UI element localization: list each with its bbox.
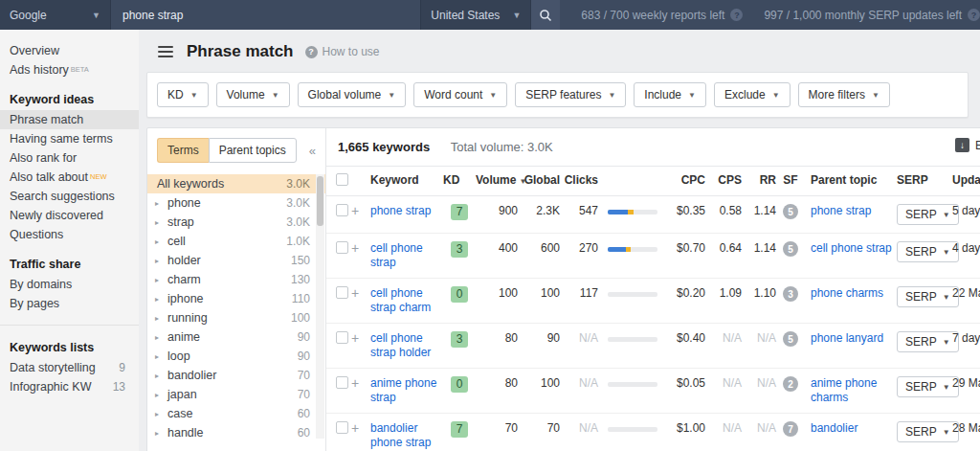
- keyword-link[interactable]: cell phone strap holder: [370, 331, 443, 360]
- sidebar-item-newly-discovered[interactable]: Newly discovered: [0, 206, 139, 225]
- clicks-bar: [608, 210, 657, 214]
- sidebar-item-questions[interactable]: Questions: [0, 225, 139, 244]
- tab-parent-topics[interactable]: Parent topics: [209, 138, 297, 163]
- add-to-list-icon[interactable]: +: [351, 204, 370, 217]
- chevron-down-icon: ▼: [943, 248, 950, 257]
- sidebar-item-by-domains[interactable]: By domains: [0, 275, 139, 294]
- sidebar-item-phrase-match[interactable]: Phrase match: [0, 110, 139, 129]
- col-sf[interactable]: SF: [776, 173, 805, 187]
- sidebar-item-also-talk-about[interactable]: Also talk aboutNEW: [0, 168, 139, 187]
- terms-item-iphone[interactable]: ▸iphone110: [147, 289, 325, 308]
- filter-more-filters[interactable]: More filters▼: [798, 82, 890, 107]
- col-clicks[interactable]: Clicks: [560, 173, 598, 187]
- terms-item-handle[interactable]: ▸handle60: [147, 423, 325, 439]
- add-to-list-icon[interactable]: +: [351, 241, 370, 255]
- terms-item-anime[interactable]: ▸anime90: [147, 327, 325, 347]
- parent-topic-link[interactable]: phone charms: [811, 286, 883, 300]
- parent-topic-link[interactable]: phone lanyard: [811, 331, 883, 345]
- sidebar-item-ads-history[interactable]: Ads historyBETA: [0, 60, 139, 79]
- filter-global-volume[interactable]: Global volume▼: [298, 82, 407, 107]
- serp-button[interactable]: SERP▼: [897, 376, 959, 397]
- how-to-use-link[interactable]: ? How to use: [305, 45, 380, 58]
- sidebar-item-overview[interactable]: Overview: [0, 41, 139, 60]
- col-parent-topic[interactable]: Parent topic: [805, 173, 897, 187]
- terms-item-cell[interactable]: ▸cell1.0K: [147, 232, 325, 251]
- keyword-search-input[interactable]: [111, 0, 420, 30]
- serp-cell: SERP▼: [897, 376, 952, 397]
- filter-word-count[interactable]: Word count▼: [413, 82, 507, 107]
- row-checkbox[interactable]: [336, 204, 348, 216]
- parent-topic-link[interactable]: bandolier: [811, 421, 858, 435]
- keyword-link[interactable]: cell phone strap charm: [370, 286, 443, 315]
- add-to-list-icon[interactable]: +: [351, 331, 370, 345]
- terms-item-loop[interactable]: ▸loop90: [147, 347, 325, 366]
- col-cps[interactable]: CPS: [705, 173, 742, 187]
- row-checkbox[interactable]: [336, 331, 348, 344]
- row-checkbox[interactable]: [336, 376, 348, 389]
- row-checkbox[interactable]: [336, 286, 348, 299]
- filter-volume[interactable]: Volume▼: [216, 82, 290, 107]
- add-to-list-icon[interactable]: +: [351, 286, 370, 300]
- terms-item-phone[interactable]: ▸phone3.0K: [147, 193, 325, 213]
- sidebar-item-having-same-terms[interactable]: Having same terms: [0, 129, 139, 148]
- row-checkbox[interactable]: [336, 241, 348, 254]
- help-icon[interactable]: ?: [968, 9, 980, 21]
- serp-button[interactable]: SERP▼: [897, 421, 959, 442]
- sidebar-item-data-storytelling[interactable]: Data storytelling9: [0, 358, 139, 377]
- keyword-link[interactable]: cell phone strap: [370, 241, 443, 270]
- terms-scrollbar[interactable]: [316, 174, 324, 439]
- chevron-down-icon: ▼: [943, 428, 950, 437]
- help-icon[interactable]: ?: [730, 9, 743, 21]
- filter-kd[interactable]: KD▼: [157, 82, 209, 107]
- terms-item-charm[interactable]: ▸charm130: [147, 270, 325, 289]
- filter-include[interactable]: Include▼: [634, 82, 706, 107]
- terms-item-case[interactable]: ▸case60: [147, 404, 325, 423]
- sidebar-item-by-pages[interactable]: By pages: [0, 294, 139, 313]
- sidebar-item-infographic-kw[interactable]: Infographic KW13: [0, 377, 139, 396]
- keyword-link[interactable]: bandolier phone strap: [370, 421, 443, 450]
- sidebar-item-label: Ads history: [10, 63, 69, 77]
- col-keyword[interactable]: Keyword: [370, 173, 443, 187]
- sidebar-toggle-icon[interactable]: [158, 46, 173, 57]
- col-volume[interactable]: Volume▼: [476, 173, 518, 187]
- col-updated[interactable]: Updated: [952, 173, 980, 187]
- select-all-checkbox[interactable]: [336, 173, 348, 186]
- col-cpc[interactable]: CPC: [659, 173, 705, 187]
- expand-triangle-icon: ▸: [155, 237, 167, 246]
- serp-button[interactable]: SERP▼: [897, 241, 959, 262]
- terms-item-holder[interactable]: ▸holder150: [147, 251, 325, 270]
- filter-exclude[interactable]: Exclude▼: [714, 82, 791, 107]
- how-to-use-label: How to use: [323, 45, 380, 58]
- sidebar-item-also-rank-for[interactable]: Also rank for: [0, 148, 139, 168]
- collapse-panel-icon[interactable]: «: [307, 144, 318, 158]
- col-global[interactable]: Global: [518, 173, 560, 187]
- export-button[interactable]: ↓ E: [955, 138, 980, 152]
- terms-item-japan[interactable]: ▸japan70: [147, 385, 325, 404]
- terms-item-running[interactable]: ▸running100: [147, 308, 325, 327]
- terms-item-bandolier[interactable]: ▸bandolier70: [147, 366, 325, 385]
- serp-button[interactable]: SERP▼: [897, 286, 959, 307]
- sidebar-item-search-suggestions[interactable]: Search suggestions: [0, 187, 139, 206]
- parent-topic-link[interactable]: phone strap: [811, 204, 871, 217]
- add-to-list-icon[interactable]: +: [351, 376, 370, 390]
- terms-item-all-keywords[interactable]: All keywords 3.0K: [147, 174, 325, 193]
- volume-value: 100: [476, 286, 518, 301]
- keyword-link[interactable]: anime phone strap: [370, 376, 443, 405]
- col-rr[interactable]: RR: [742, 173, 776, 187]
- country-select[interactable]: United States ▼: [420, 0, 531, 30]
- row-checkbox[interactable]: [336, 421, 348, 434]
- terms-item-strap[interactable]: ▸strap3.0K: [147, 213, 325, 232]
- keyword-link[interactable]: phone strap: [370, 204, 443, 218]
- scrollbar-thumb[interactable]: [317, 176, 323, 226]
- col-kd[interactable]: KD: [443, 173, 476, 187]
- search-button[interactable]: [531, 0, 560, 30]
- parent-topic-link[interactable]: anime phone charms: [811, 376, 877, 404]
- parent-topic-link[interactable]: cell phone strap: [811, 241, 892, 255]
- serp-button[interactable]: SERP▼: [897, 204, 959, 225]
- filter-serp-features[interactable]: SERP features▼: [515, 82, 626, 107]
- search-engine-select[interactable]: Google ▼: [0, 0, 111, 30]
- terms-item-label: handle: [167, 426, 204, 439]
- add-to-list-icon[interactable]: +: [351, 421, 370, 435]
- serp-button[interactable]: SERP▼: [897, 331, 959, 352]
- tab-terms[interactable]: Terms: [157, 138, 209, 163]
